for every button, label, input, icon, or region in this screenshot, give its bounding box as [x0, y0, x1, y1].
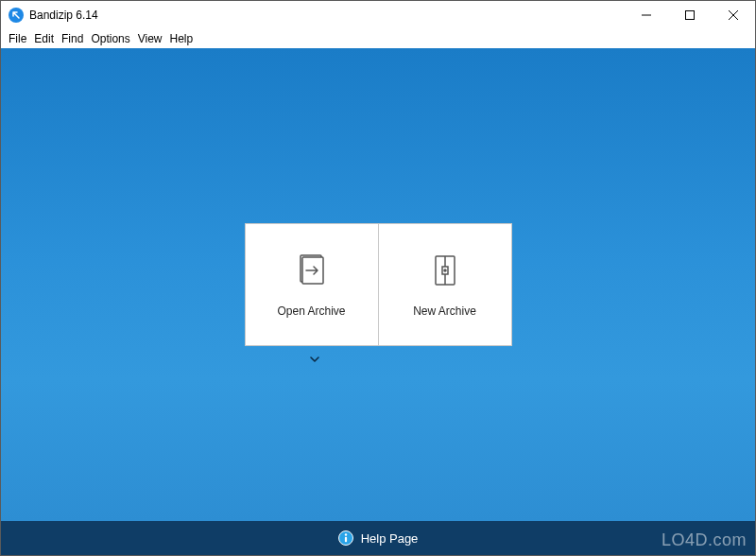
- action-cards: Open Archive New Archive: [245, 223, 512, 346]
- minimize-button[interactable]: [625, 1, 668, 29]
- svg-point-10: [444, 269, 446, 271]
- svg-rect-2: [686, 11, 695, 20]
- open-archive-button[interactable]: Open Archive: [245, 223, 379, 346]
- new-archive-button[interactable]: New Archive: [378, 223, 512, 346]
- content-area: Open Archive New Archive: [1, 48, 755, 521]
- titlebar: Bandizip 6.14: [1, 1, 755, 29]
- svg-point-12: [344, 533, 346, 535]
- open-archive-label: Open Archive: [277, 304, 345, 318]
- menu-edit[interactable]: Edit: [30, 32, 58, 45]
- new-archive-label: New Archive: [413, 304, 476, 318]
- window-title: Bandizip 6.14: [29, 9, 98, 22]
- menu-file[interactable]: File: [5, 32, 30, 45]
- maximize-button[interactable]: [668, 1, 712, 29]
- info-icon: [338, 530, 353, 546]
- menu-options[interactable]: Options: [87, 32, 133, 45]
- app-window: Bandizip 6.14 File Edit Find Options Vie…: [0, 0, 756, 556]
- menu-find[interactable]: Find: [58, 32, 87, 45]
- menubar: File Edit Find Options View Help: [1, 29, 755, 48]
- help-page-label: Help Page: [361, 531, 419, 546]
- menu-help[interactable]: Help: [166, 32, 198, 45]
- app-icon: [9, 8, 24, 23]
- help-page-button[interactable]: Help Page: [1, 521, 755, 555]
- menu-view[interactable]: View: [134, 32, 166, 45]
- chevron-down-icon[interactable]: [309, 352, 320, 363]
- new-archive-icon: [426, 252, 464, 289]
- svg-rect-13: [345, 537, 347, 543]
- window-controls: [625, 1, 755, 29]
- open-archive-icon: [293, 252, 331, 289]
- close-button[interactable]: [712, 1, 755, 29]
